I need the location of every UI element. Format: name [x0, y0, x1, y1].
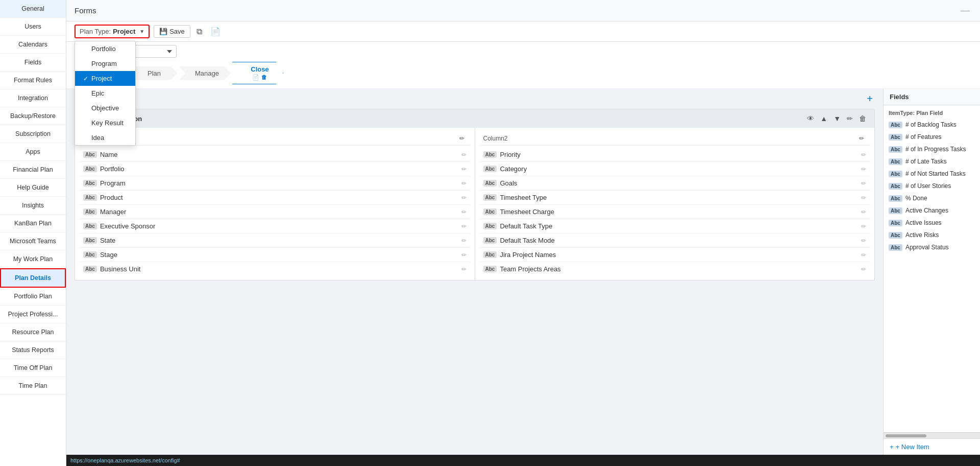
field-list-name: # of Backlog Tasks [905, 121, 957, 128]
horizontal-scrollbar[interactable] [884, 432, 980, 438]
field-item: Abc Goals ✏ [479, 176, 871, 191]
field-edit-icon[interactable]: ✏ [861, 208, 866, 216]
field-list-item[interactable]: Abc# of User Stories [884, 180, 980, 192]
field-edit-icon[interactable]: ✏ [861, 194, 866, 201]
sidebar-item-format-rules[interactable]: Format Rules [0, 72, 66, 89]
plan-type-button[interactable]: Plan Type: Project ▼ [75, 25, 150, 38]
field-type-tag: Abc [889, 195, 902, 202]
field-edit-icon[interactable]: ✏ [461, 166, 467, 173]
field-edit-icon[interactable]: ✏ [461, 194, 467, 201]
sidebar-item-time-off-plan[interactable]: Time Off Plan [0, 359, 66, 377]
field-edit-icon[interactable]: ✏ [861, 223, 866, 230]
move-down-button[interactable]: ▼ [831, 113, 843, 124]
field-name: Timesheet Type [500, 194, 547, 201]
field-edit-icon[interactable]: ✏ [461, 266, 467, 273]
field-list-item[interactable]: ItemType: Plan Field [884, 107, 980, 119]
scrollbar-thumb[interactable] [886, 434, 926, 437]
field-edit-icon[interactable]: ✏ [861, 237, 866, 244]
sidebar-item-integration[interactable]: Integration [0, 89, 66, 107]
field-type-icon: Abc [83, 151, 97, 158]
field-name: Name [100, 151, 118, 158]
field-list-name: Active Changes [905, 207, 948, 214]
sidebar-item-microsoft-teams[interactable]: Microsoft Teams [0, 232, 66, 250]
field-edit-icon[interactable]: ✏ [861, 166, 866, 173]
field-item: Abc Business Unit ✏ [79, 262, 471, 276]
add-section-button[interactable]: + [865, 93, 875, 105]
eye-button[interactable]: 👁 [805, 113, 816, 124]
field-list-item[interactable]: Abc# of In Progress Tasks [884, 143, 980, 155]
field-edit-icon[interactable]: ✏ [861, 180, 866, 187]
delete-button[interactable]: 🗑 [857, 113, 868, 124]
dropdown-item-key result[interactable]: ✓Key Result [75, 115, 135, 130]
sidebar-item-resource-plan[interactable]: Resource Plan [0, 323, 66, 341]
field-type-icon: Abc [483, 237, 497, 244]
sidebar-item-apps[interactable]: Apps [0, 143, 66, 161]
new-item-label: + New Item [896, 443, 929, 451]
field-edit-icon[interactable]: ✏ [461, 223, 467, 230]
field-edit-icon[interactable]: ✏ [461, 208, 467, 216]
dropdown-item-program[interactable]: ✓Program [75, 56, 135, 71]
column-edit-button[interactable]: ✏ [457, 134, 467, 143]
new-item-button[interactable]: + + New Item [884, 438, 980, 455]
field-list-item[interactable]: AbcApproval Status [884, 241, 980, 253]
field-item: Abc Default Task Type ✏ [479, 219, 871, 234]
sidebar-item-time-plan[interactable]: Time Plan [0, 377, 66, 395]
field-edit-icon[interactable]: ✏ [861, 151, 866, 158]
field-list-item[interactable]: AbcActive Issues [884, 217, 980, 229]
field-list-item[interactable]: Abc# of Not Started Tasks [884, 168, 980, 180]
field-edit-icon[interactable]: ✏ [861, 251, 866, 259]
field-list-item[interactable]: AbcActive Changes [884, 204, 980, 217]
field-edit-icon[interactable]: ✏ [861, 266, 866, 273]
field-edit-icon[interactable]: ✏ [461, 180, 467, 187]
dropdown-item-idea[interactable]: ✓Idea [75, 130, 135, 145]
field-list-item[interactable]: Abc# of Features [884, 131, 980, 143]
sidebar-item-my-work-plan[interactable]: My Work Plan [0, 250, 66, 268]
save-button[interactable]: 💾 Save [154, 25, 190, 38]
field-name: Default Task Type [500, 222, 552, 230]
field-edit-icon[interactable]: ✏ [461, 237, 467, 244]
field-item: Abc Name ✏ [79, 148, 471, 162]
stage-close[interactable]: Close📄🗑 [232, 62, 283, 84]
new-form-button[interactable]: 📄 [208, 25, 223, 38]
check-icon: ✓ [83, 90, 88, 97]
sidebar-item-insights[interactable]: Insights [0, 197, 66, 215]
status-url[interactable]: https://oneplanqa.azurewebsites.net/conf… [70, 457, 180, 463]
field-name: Business Unit [100, 265, 140, 273]
field-list-item[interactable]: Abc# of Late Tasks [884, 155, 980, 168]
sidebar-item-calendars[interactable]: Calendars [0, 36, 66, 54]
sidebar-item-portfolio-plan[interactable]: Portfolio Plan [0, 288, 66, 306]
field-list-item[interactable]: AbcActive Risks [884, 229, 980, 241]
sidebar-item-plan-details[interactable]: Plan Details [0, 268, 66, 288]
close-button[interactable]: — [959, 3, 972, 18]
field-type-tag: Abc [889, 183, 902, 190]
sidebar-item-status-reports[interactable]: Status Reports [0, 341, 66, 359]
sidebar-item-fields[interactable]: Fields [0, 54, 66, 72]
field-item: Abc Timesheet Charge ✏ [479, 205, 871, 219]
field-list-item[interactable]: Abc% Done [884, 192, 980, 204]
copy-button[interactable]: ⧉ [194, 25, 204, 38]
field-edit-icon[interactable]: ✏ [461, 151, 467, 158]
stage-manage[interactable]: Manage [179, 66, 231, 80]
sidebar-item-kanban-plan[interactable]: KanBan Plan [0, 215, 66, 232]
column-title: Column2 [483, 135, 508, 142]
field-name: Priority [500, 151, 520, 158]
sidebar-item-project-professi...[interactable]: Project Professi... [0, 306, 66, 323]
dropdown-item-project[interactable]: ✓Project [75, 71, 135, 86]
sidebar-item-subscription[interactable]: Subscription [0, 125, 66, 143]
field-list-item[interactable]: Abc# of Backlog Tasks [884, 119, 980, 131]
field-type-icon: Abc [83, 223, 97, 229]
dropdown-item-epic[interactable]: ✓Epic [75, 86, 135, 101]
dropdown-item-portfolio[interactable]: ✓Portfolio [75, 41, 135, 56]
field-name: Default Task Mode [500, 237, 554, 244]
edit-button[interactable]: ✏ [845, 113, 855, 124]
column-edit-button[interactable]: ✏ [857, 134, 866, 143]
sidebar-item-backup-restore[interactable]: Backup/Restore [0, 107, 66, 125]
status-bar: https://oneplanqa.azurewebsites.net/conf… [66, 455, 980, 466]
sidebar-item-financial-plan[interactable]: Financial Plan [0, 161, 66, 179]
field-edit-icon[interactable]: ✏ [461, 251, 467, 259]
sidebar-item-help-guide[interactable]: Help Guide [0, 179, 66, 197]
sidebar-item-general[interactable]: General [0, 0, 66, 18]
move-up-button[interactable]: ▲ [818, 113, 829, 124]
dropdown-item-objective[interactable]: ✓Objective [75, 101, 135, 115]
sidebar-item-users[interactable]: Users [0, 18, 66, 36]
